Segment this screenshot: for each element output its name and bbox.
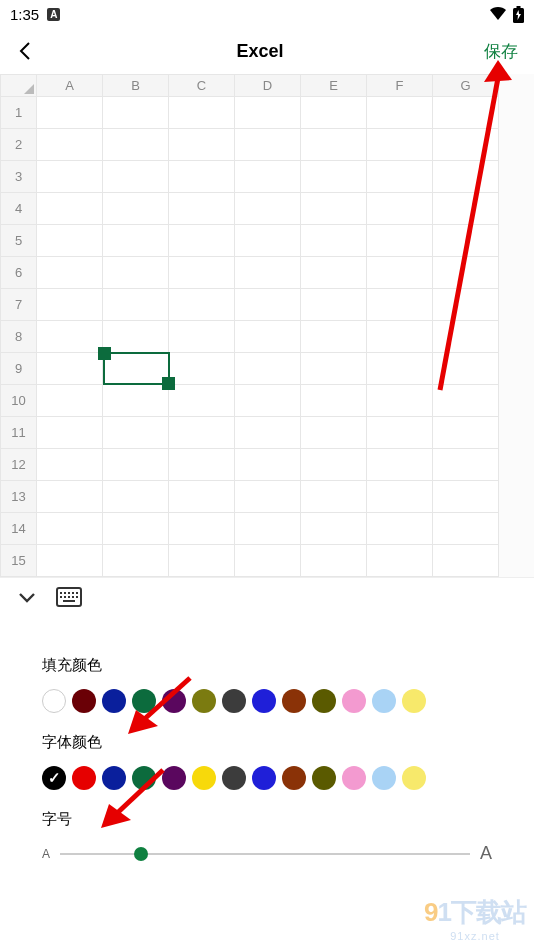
- cell[interactable]: [235, 545, 301, 577]
- back-button[interactable]: [16, 41, 36, 61]
- row-header[interactable]: 10: [1, 385, 37, 417]
- slider-thumb[interactable]: [134, 847, 148, 861]
- cell[interactable]: [103, 129, 169, 161]
- color-swatch[interactable]: [372, 766, 396, 790]
- cell[interactable]: [235, 385, 301, 417]
- row-header[interactable]: 2: [1, 129, 37, 161]
- color-swatch[interactable]: [312, 766, 336, 790]
- select-all-corner[interactable]: [1, 75, 37, 97]
- cell[interactable]: [169, 129, 235, 161]
- color-swatch[interactable]: [192, 766, 216, 790]
- row-header[interactable]: 13: [1, 481, 37, 513]
- cell[interactable]: [367, 449, 433, 481]
- cell[interactable]: [301, 321, 367, 353]
- cell[interactable]: [169, 449, 235, 481]
- color-swatch[interactable]: [42, 689, 66, 713]
- cell[interactable]: [301, 289, 367, 321]
- cell[interactable]: [103, 385, 169, 417]
- collapse-panel-button[interactable]: [16, 586, 38, 608]
- cell[interactable]: [433, 321, 499, 353]
- cell[interactable]: [103, 97, 169, 129]
- cell[interactable]: [301, 353, 367, 385]
- cell[interactable]: [103, 289, 169, 321]
- cell[interactable]: [433, 417, 499, 449]
- cell[interactable]: [37, 513, 103, 545]
- cell[interactable]: [103, 417, 169, 449]
- row-header[interactable]: 4: [1, 193, 37, 225]
- color-swatch[interactable]: [102, 689, 126, 713]
- cell[interactable]: [37, 353, 103, 385]
- color-swatch[interactable]: [402, 689, 426, 713]
- color-swatch[interactable]: [252, 766, 276, 790]
- cell[interactable]: [433, 257, 499, 289]
- color-swatch[interactable]: [192, 689, 216, 713]
- cell[interactable]: [103, 161, 169, 193]
- color-swatch[interactable]: [102, 766, 126, 790]
- color-swatch[interactable]: [132, 766, 156, 790]
- cell[interactable]: [169, 545, 235, 577]
- cell[interactable]: [37, 257, 103, 289]
- cell[interactable]: [433, 385, 499, 417]
- cell[interactable]: [301, 417, 367, 449]
- cell[interactable]: [169, 513, 235, 545]
- color-swatch[interactable]: ✓: [42, 766, 66, 790]
- cell[interactable]: [103, 513, 169, 545]
- column-header[interactable]: G: [433, 75, 499, 97]
- save-button[interactable]: 保存: [484, 40, 518, 63]
- color-swatch[interactable]: [252, 689, 276, 713]
- selection-handle-bottom-right[interactable]: [162, 377, 175, 390]
- cell[interactable]: [367, 257, 433, 289]
- cell[interactable]: [37, 449, 103, 481]
- cell[interactable]: [103, 545, 169, 577]
- row-header[interactable]: 3: [1, 161, 37, 193]
- column-header[interactable]: B: [103, 75, 169, 97]
- cell[interactable]: [37, 225, 103, 257]
- cell[interactable]: [235, 129, 301, 161]
- color-swatch[interactable]: [282, 766, 306, 790]
- row-header[interactable]: 12: [1, 449, 37, 481]
- cell[interactable]: [367, 129, 433, 161]
- cell[interactable]: [169, 97, 235, 129]
- cell[interactable]: [433, 289, 499, 321]
- cell[interactable]: [235, 225, 301, 257]
- cell[interactable]: [235, 449, 301, 481]
- cell[interactable]: [433, 449, 499, 481]
- cell[interactable]: [367, 417, 433, 449]
- cell[interactable]: [367, 97, 433, 129]
- cell[interactable]: [301, 449, 367, 481]
- selection-box[interactable]: [103, 352, 170, 385]
- cell[interactable]: [169, 225, 235, 257]
- column-header[interactable]: D: [235, 75, 301, 97]
- cell[interactable]: [169, 321, 235, 353]
- cell[interactable]: [301, 481, 367, 513]
- color-swatch[interactable]: [342, 689, 366, 713]
- cell[interactable]: [433, 97, 499, 129]
- color-swatch[interactable]: [162, 689, 186, 713]
- cell[interactable]: [235, 481, 301, 513]
- cell[interactable]: [367, 193, 433, 225]
- cell[interactable]: [103, 257, 169, 289]
- cell[interactable]: [367, 161, 433, 193]
- cell[interactable]: [367, 225, 433, 257]
- cell[interactable]: [169, 257, 235, 289]
- color-swatch[interactable]: [72, 766, 96, 790]
- spreadsheet[interactable]: ABCDEFG123456789101112131415: [0, 74, 534, 577]
- column-header[interactable]: E: [301, 75, 367, 97]
- cell[interactable]: [235, 257, 301, 289]
- cell[interactable]: [103, 449, 169, 481]
- color-swatch[interactable]: [222, 766, 246, 790]
- cell[interactable]: [235, 321, 301, 353]
- cell[interactable]: [433, 481, 499, 513]
- cell[interactable]: [169, 193, 235, 225]
- row-header[interactable]: 14: [1, 513, 37, 545]
- cell[interactable]: [169, 353, 235, 385]
- cell[interactable]: [433, 225, 499, 257]
- cell[interactable]: [367, 353, 433, 385]
- cell[interactable]: [301, 545, 367, 577]
- color-swatch[interactable]: [222, 689, 246, 713]
- cell[interactable]: [367, 385, 433, 417]
- cell[interactable]: [235, 161, 301, 193]
- cell[interactable]: [37, 545, 103, 577]
- color-swatch[interactable]: [162, 766, 186, 790]
- cell[interactable]: [301, 385, 367, 417]
